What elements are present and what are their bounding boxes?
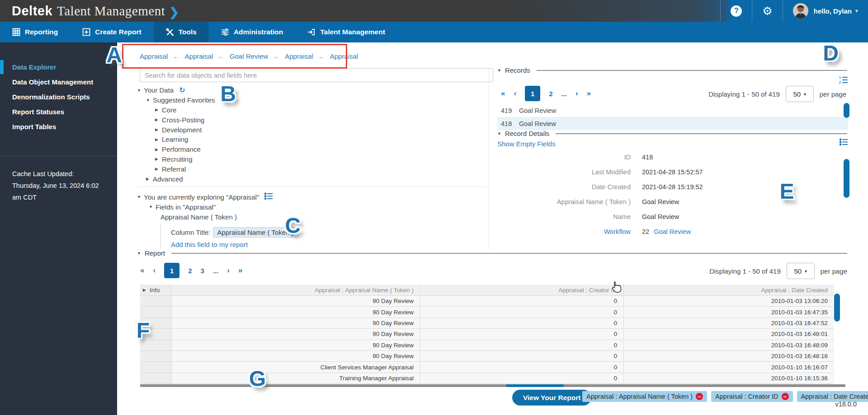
list-icon[interactable] [840,138,848,148]
table-row[interactable]: 90 Day Review02010-01-03 13:06:20 [140,296,834,307]
sidebar-item-report-statuses[interactable]: Report Statuses [0,104,117,119]
refresh-icon[interactable]: ↻ [179,86,185,94]
nav-tab-create-report[interactable]: Create Report [70,22,154,42]
table-header-col[interactable]: Appraisal : Creator ID [420,284,624,295]
help-icon[interactable]: ? [731,5,742,17]
tree-item-label: Recruiting [162,155,193,163]
table-row[interactable]: Training Manager Appraisal02010-01-10 16… [140,373,834,384]
grid-icon [12,28,20,36]
records-first-page[interactable]: « [501,89,505,98]
records-page-2[interactable]: 2 [549,90,552,98]
records-paging-info: Displaying 1 - 50 of 419 50 ▾ per page [708,86,846,102]
tree-item-recruiting[interactable]: ▶Recruiting [137,154,215,164]
record-detail-label[interactable]: Workflow [497,228,631,235]
list-icon[interactable] [264,192,273,201]
field-item[interactable]: Appraisal Name ( Token ) [137,212,298,222]
profile-menu[interactable]: hello, Dylan ▾ [783,0,868,22]
table-cell: 2010-01-03 16:47:35 [624,307,834,317]
fields-group[interactable]: ▼Fields in "Appraisal" [137,202,298,212]
table-scrollbar-thumb[interactable] [834,294,840,322]
breadcrumb-item[interactable]: Appraisal [140,52,168,60]
collapse-caret-icon[interactable]: ▼ [497,131,501,136]
records-next-page[interactable]: › [576,89,578,98]
tree-item-development[interactable]: ▶Development [137,125,215,135]
report-pager: «‹123...›» [140,263,242,278]
add-field-link[interactable]: Add this field to my report [171,241,248,248]
breadcrumb-item[interactable]: Goal Review [230,52,268,60]
table-cell: 90 Day Review [172,318,420,328]
report-section-header: ▼ Report [137,249,847,257]
table-header-col[interactable]: Appraisal : Date Created [624,284,834,295]
remove-chip-icon[interactable]: − [696,393,703,400]
report-page-3[interactable]: 3 [200,267,204,275]
sidebar-item-data-object-management[interactable]: Data Object Management [0,75,117,89]
breadcrumb-item[interactable]: Appraisal [185,52,213,60]
sidebar-item-denormalization-scripts[interactable]: Denormalization Scripts [0,89,117,104]
tree-item-learning[interactable]: ▶Learning [137,135,215,145]
records-scrollbar-thumb[interactable] [844,103,849,118]
table-row[interactable]: 90 Day Review02010-01-03 16:48:16 [140,351,834,362]
breadcrumb-item[interactable]: Appraisal [285,52,313,60]
tree-item-suggested-favorites[interactable]: ▼Suggested Favorites [137,95,215,105]
nav-tab-administration[interactable]: Administration [209,22,295,42]
view-report-button[interactable]: View Your Report [512,390,591,406]
tree-item-cross-posting[interactable]: ▶Cross-Posting [137,115,215,125]
horizontal-scrollbar[interactable] [140,384,845,387]
table-cell: 90 Day Review [172,307,420,317]
sidebar-item-import-tables[interactable]: Import Tables [0,119,117,134]
numbered-list-icon[interactable]: 12 [839,76,848,86]
report-field-chip[interactable]: Appraisal : Date Created− [797,391,868,402]
records-prev-page[interactable]: ‹ [514,89,516,98]
sidebar-item-data-explorer[interactable]: Data Explorer [0,60,117,75]
report-prev-page[interactable]: ‹ [153,266,156,275]
report-page-1[interactable]: 1 [164,263,179,278]
show-empty-fields-link[interactable]: Show Empty Fields [497,140,555,148]
data-tree: ▼Your Data↻▼Suggested Favorites▶Core▶Cro… [137,85,215,184]
per-page-select[interactable]: 50 ▾ [787,263,815,279]
tree-caret-icon: ▼ [146,98,153,103]
remove-chip-icon[interactable]: − [782,393,789,400]
column-title-label: Column Title: [171,228,211,236]
tree-item-label: Development [162,126,202,134]
records-page-1[interactable]: 1 [525,86,540,101]
horizontal-scrollbar-thumb[interactable] [506,384,564,387]
table-row[interactable]: 90 Day Review02010-01-03 16:48:09 [140,340,834,351]
gear-icon[interactable]: ⚙ [762,5,772,17]
report-last-page[interactable]: » [238,266,242,275]
collapse-caret-icon[interactable]: ▼ [137,251,141,256]
tree-item-advanced[interactable]: ▶Advanced [137,174,215,184]
table-row[interactable]: 90 Day Review02010-01-03 16:47:35 [140,307,834,317]
report-field-chip[interactable]: Appraisal : Creator ID− [711,391,793,402]
table-header-info[interactable]: ▶Info [140,284,172,295]
details-scrollbar-thumb[interactable] [844,159,849,198]
record-detail-row: ID418 [497,149,850,164]
report-page-2[interactable]: 2 [188,267,192,275]
nav-tab-talent-management[interactable]: Talent Management [295,22,397,42]
tree-item-core[interactable]: ▶Core [137,105,215,115]
tree-item-referral[interactable]: ▶Referral [137,164,215,174]
records-last-page[interactable]: » [587,89,591,98]
nav-tab-reporting[interactable]: Reporting [0,22,70,42]
table-header-col[interactable]: Appraisal : Appraisal Name ( Token ) [172,284,420,295]
settings-cell: ⚙ [752,0,782,22]
table-row[interactable]: Client Services Manager Appraisal02010-0… [140,362,834,373]
tree-item-your-data[interactable]: ▼Your Data↻ [137,85,215,95]
report-next-page[interactable]: › [227,266,230,275]
search-input[interactable] [140,68,493,82]
record-detail-link[interactable]: Goal Review [654,228,691,235]
nav-tab-tools[interactable]: Tools [154,22,209,42]
collapse-caret-icon[interactable]: ▼ [497,68,501,73]
column-title-input[interactable]: Appraisal Name ( Token ) [213,227,298,238]
exploring-header[interactable]: ▼ You are currently exploring "Appraisal… [137,192,298,202]
table-row[interactable]: 90 Day Review02010-01-03 16:47:52 [140,318,834,329]
report-field-chip[interactable]: Appraisal : Appraisal Name ( Token )− [582,391,707,402]
table-row[interactable]: 90 Day Review02010-01-03 16:48:01 [140,329,834,340]
tree-item-performance[interactable]: ▶Performance [137,145,215,154]
per-page-select[interactable]: 50 ▾ [786,86,814,102]
record-detail-text: 2021-04-28 15:19:52 [642,183,703,191]
record-list-item[interactable]: 419Goal Review [497,104,848,117]
report-first-page[interactable]: « [140,266,144,275]
tree-item-label: Performance [162,145,201,153]
breadcrumb-item[interactable]: Appraisal [330,52,359,60]
record-list-item[interactable]: 418Goal Review [497,117,848,130]
